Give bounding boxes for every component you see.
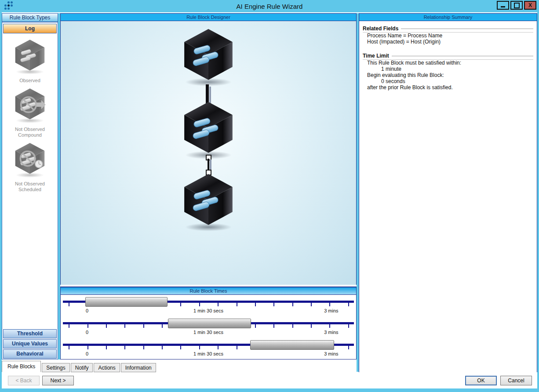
time-limit-line: 0 seconds bbox=[363, 78, 533, 84]
section-gap bbox=[363, 45, 533, 50]
client-area: Rule Block Types Log Observed bbox=[2, 12, 537, 388]
tab-settings[interactable]: Settings bbox=[42, 363, 69, 372]
rule-block-times-header: Rule Block Times bbox=[61, 287, 356, 295]
rule-block-times-panel: Rule Block Times 0 1 min 30 secs 3 mins … bbox=[60, 287, 357, 359]
not-observed-compound-icon bbox=[14, 88, 46, 123]
window-controls: X bbox=[495, 1, 536, 10]
ai-engine-rule-wizard-window: AI Engine Rule Wizard X Rule Block Types… bbox=[0, 0, 539, 392]
minimize-icon bbox=[501, 6, 505, 7]
tab-notify[interactable]: Notify bbox=[71, 363, 93, 372]
close-button[interactable]: X bbox=[524, 1, 536, 10]
rule-block-cube-1[interactable] bbox=[182, 28, 235, 86]
relationship-summary-header: Relationship Summary bbox=[359, 14, 537, 21]
footer-bar: < Back Next > OK Cancel bbox=[2, 372, 537, 388]
tab-actions[interactable]: Actions bbox=[94, 363, 120, 372]
rule-block-time-slider-3: 0 1 min 30 secs 3 mins bbox=[61, 338, 356, 359]
rule-block-types-panel: Rule Block Types Log Observed bbox=[2, 13, 58, 359]
rule-block-type-label: Not ObservedCompound bbox=[15, 127, 45, 138]
rule-block-types-header: Rule Block Types bbox=[2, 14, 58, 22]
rule-block-cube-2[interactable] bbox=[182, 101, 235, 159]
slider-labels: 0 1 min 30 secs 3 mins bbox=[63, 330, 354, 336]
minimize-button[interactable] bbox=[497, 1, 509, 10]
time-limit-group-header: Time Limit bbox=[363, 53, 533, 60]
designer-canvas[interactable] bbox=[61, 21, 356, 285]
not-observed-scheduled-icon bbox=[14, 142, 46, 178]
rule-block-type-label: Observed bbox=[19, 78, 40, 83]
maximize-button[interactable] bbox=[510, 1, 523, 10]
sidebar-spacer bbox=[2, 192, 58, 329]
related-fields-group-header: Related Fields bbox=[363, 25, 533, 33]
relationship-summary-panel: Relationship Summary Related Fields Proc… bbox=[359, 13, 537, 373]
time-limit-line: Begin evaluating this Rule Block: bbox=[363, 72, 533, 78]
time-limit-line: This Rule Block must be satisfied within… bbox=[363, 60, 533, 66]
related-field-line: Host (Impacted) = Host (Origin) bbox=[363, 39, 533, 45]
window-title: AI Engine Rule Wizard bbox=[0, 3, 539, 10]
time-limit-line: 1 minute bbox=[363, 66, 533, 72]
ok-button[interactable]: OK bbox=[465, 376, 497, 385]
block-connector-2-selected[interactable] bbox=[205, 155, 212, 175]
time-limit-line: after the prior Rule Block is satisfied. bbox=[363, 84, 533, 91]
cancel-button[interactable]: Cancel bbox=[500, 376, 532, 385]
tab-rule-blocks[interactable]: Rule Blocks bbox=[2, 361, 41, 372]
group-rule-line bbox=[401, 29, 533, 29]
rule-block-time-slider-1: 0 1 min 30 secs 3 mins bbox=[61, 295, 356, 316]
group-rule-line bbox=[392, 56, 533, 57]
next-button[interactable]: Next > bbox=[42, 376, 74, 385]
tab-information[interactable]: Information bbox=[121, 363, 156, 372]
related-field-line: Process Name = Process Name bbox=[363, 33, 533, 39]
observed-cube-icon bbox=[14, 39, 46, 74]
title-bar: AI Engine Rule Wizard X bbox=[0, 0, 539, 12]
relationship-summary-body: Related Fields Process Name = Process Na… bbox=[359, 21, 537, 92]
slider-bar[interactable] bbox=[85, 297, 168, 307]
slider-bar[interactable] bbox=[250, 340, 334, 350]
log-category-button[interactable]: Log bbox=[3, 24, 57, 33]
rule-block-type-observed[interactable]: Observed bbox=[2, 39, 58, 83]
connector-bar bbox=[208, 159, 209, 171]
rule-block-type-not-observed-scheduled[interactable]: Not ObservedScheduled bbox=[2, 142, 58, 192]
slider-labels: 0 1 min 30 secs 3 mins bbox=[63, 351, 354, 357]
rule-block-type-label: Not ObservedScheduled bbox=[15, 181, 45, 192]
wizard-tab-strip: Rule Blocks Settings Notify Actions Info… bbox=[2, 360, 157, 372]
rule-block-type-not-observed-compound[interactable]: Not ObservedCompound bbox=[2, 88, 58, 138]
threshold-category-button[interactable]: Threshold bbox=[3, 329, 57, 338]
behavioral-category-button[interactable]: Behavioral bbox=[3, 349, 57, 359]
slider-labels: 0 1 min 30 secs 3 mins bbox=[63, 308, 354, 314]
slider-bar[interactable] bbox=[168, 319, 251, 328]
unique-values-category-button[interactable]: Unique Values bbox=[3, 339, 57, 348]
rule-block-time-slider-2: 0 1 min 30 secs 3 mins bbox=[61, 316, 356, 338]
rule-block-designer-header: Rule Block Designer bbox=[61, 14, 356, 21]
rule-block-cube-3[interactable] bbox=[182, 173, 235, 231]
rule-block-designer-panel: Rule Block Designer bbox=[60, 13, 357, 285]
maximize-icon bbox=[514, 3, 520, 8]
back-button[interactable]: < Back bbox=[8, 376, 40, 385]
